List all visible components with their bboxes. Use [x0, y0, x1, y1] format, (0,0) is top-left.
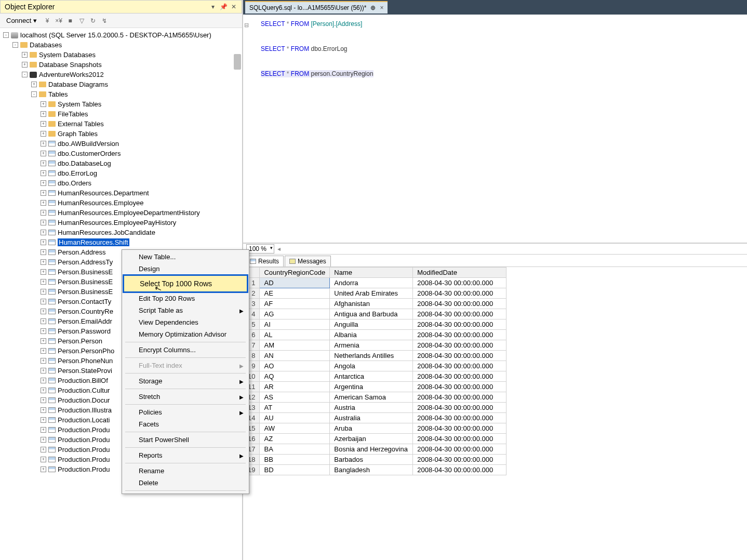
table-row[interactable]: 7AMArmenia2008-04-30 00:00:00.000	[244, 340, 506, 351]
cell[interactable]: Azerbaijan	[330, 434, 413, 444]
sync-icon[interactable]: ↯	[100, 17, 109, 25]
cell[interactable]: AW	[260, 423, 330, 434]
cell[interactable]: 2008-04-30 00:00:00.000	[413, 382, 506, 392]
collapse-icon[interactable]: -	[22, 72, 28, 77]
cell[interactable]: 2008-04-30 00:00:00.000	[413, 392, 506, 403]
expand-icon[interactable]: +	[41, 170, 46, 176]
cell[interactable]: Argentina	[330, 382, 413, 392]
tree-node[interactable]: +External Tables	[0, 119, 242, 129]
expand-icon[interactable]: +	[41, 220, 46, 225]
stop-icon[interactable]: ■	[66, 17, 74, 25]
menu-item-storage[interactable]: Storage▶	[123, 375, 248, 387]
menu-item-view-dependencies[interactable]: View Dependencies	[123, 316, 248, 328]
menu-item-policies[interactable]: Policies▶	[123, 406, 248, 418]
expand-icon[interactable]: +	[41, 190, 46, 196]
tree-node[interactable]: -AdventureWorks2012	[0, 70, 242, 79]
cell[interactable]: AN	[260, 351, 330, 361]
expand-icon[interactable]: +	[41, 318, 46, 324]
expand-icon[interactable]: +	[41, 397, 46, 403]
table-row[interactable]: 13ATAustria2008-04-30 00:00:00.000	[244, 403, 506, 413]
expand-icon[interactable]: +	[41, 358, 46, 364]
menu-item-design[interactable]: Design	[123, 263, 248, 275]
menu-item-rename[interactable]: Rename	[123, 465, 248, 477]
pin-tab-icon[interactable]: ⊕	[370, 4, 376, 11]
cell[interactable]: AT	[260, 403, 330, 413]
cell[interactable]: Armenia	[330, 340, 413, 351]
cell[interactable]: Barbados	[330, 455, 413, 465]
expand-icon[interactable]: +	[41, 259, 46, 265]
table-row[interactable]: 15AWAruba2008-04-30 00:00:00.000	[244, 423, 506, 434]
cell[interactable]: AI	[260, 319, 330, 330]
column-header[interactable]: ModifiedDate	[413, 268, 506, 278]
tree-scrollbar-thumb[interactable]	[234, 54, 241, 70]
expand-icon[interactable]: +	[41, 309, 46, 314]
cell[interactable]: 2008-04-30 00:00:00.000	[413, 351, 506, 361]
expand-icon[interactable]: +	[41, 161, 46, 166]
column-header[interactable]: Name	[330, 268, 413, 278]
cell[interactable]: 2008-04-30 00:00:00.000	[413, 340, 506, 351]
cell[interactable]: American Samoa	[330, 392, 413, 403]
cell[interactable]: AS	[260, 392, 330, 403]
tree-node[interactable]: +Database Snapshots	[0, 60, 242, 70]
expand-icon[interactable]: +	[41, 407, 46, 413]
expand-icon[interactable]: +	[41, 457, 46, 462]
cell[interactable]: 2008-04-30 00:00:00.000	[413, 403, 506, 413]
table-row[interactable]: 18BBBarbados2008-04-30 00:00:00.000	[244, 455, 506, 465]
expand-icon[interactable]: +	[22, 52, 28, 58]
tree-node[interactable]: -Tables	[0, 89, 242, 99]
collapse-icon[interactable]: -	[3, 32, 9, 38]
table-row[interactable]: 1ADAndorra2008-04-30 00:00:00.000	[244, 278, 506, 288]
expand-icon[interactable]: +	[41, 368, 46, 374]
cell[interactable]: Antigua and Barbuda	[330, 309, 413, 319]
expand-icon[interactable]: +	[41, 378, 46, 383]
expand-icon[interactable]: +	[41, 447, 46, 452]
cell[interactable]: 2008-04-30 00:00:00.000	[413, 465, 506, 475]
menu-item-script-table-as[interactable]: Script Table as▶	[123, 304, 248, 316]
cell[interactable]: Afghanistan	[330, 299, 413, 309]
cell[interactable]: 2008-04-30 00:00:00.000	[413, 423, 506, 434]
expand-icon[interactable]: +	[41, 101, 46, 107]
expand-icon[interactable]: +	[41, 427, 46, 433]
cell[interactable]: AM	[260, 340, 330, 351]
expand-icon[interactable]: +	[41, 269, 46, 275]
expand-icon[interactable]: +	[41, 200, 46, 206]
table-row[interactable]: 10AQAntarctica2008-04-30 00:00:00.000	[244, 371, 506, 382]
table-row[interactable]: 4AGAntigua and Barbuda2008-04-30 00:00:0…	[244, 309, 506, 319]
expand-icon[interactable]: +	[41, 131, 46, 137]
tree-node[interactable]: +dbo.ErrorLog	[0, 168, 242, 178]
cell[interactable]: Angola	[330, 361, 413, 371]
cell[interactable]: 2008-04-30 00:00:00.000	[413, 371, 506, 382]
tree-node[interactable]: +HumanResources.Employee	[0, 198, 242, 208]
table-row[interactable]: 12ASAmerican Samoa2008-04-30 00:00:00.00…	[244, 392, 506, 403]
cell[interactable]: BD	[260, 465, 330, 475]
cell[interactable]: Anguilla	[330, 319, 413, 330]
tree-node[interactable]: +dbo.Orders	[0, 178, 242, 188]
funnel-icon[interactable]: ▽	[77, 17, 86, 25]
refresh-icon[interactable]: ↻	[89, 17, 97, 25]
tree-node[interactable]: -Databases	[0, 40, 242, 50]
cell[interactable]: 2008-04-30 00:00:00.000	[413, 413, 506, 423]
table-row[interactable]: 3AFAfghanistan2008-04-30 00:00:00.000	[244, 299, 506, 309]
cell[interactable]: BB	[260, 455, 330, 465]
table-row[interactable]: 17BABosnia and Herzegovina2008-04-30 00:…	[244, 444, 506, 455]
connect-button[interactable]: Connect ▾	[3, 16, 40, 25]
table-context-menu[interactable]: New Table...DesignSelect Top 1000 RowsEd…	[122, 249, 249, 494]
cell[interactable]: 2008-04-30 00:00:00.000	[413, 288, 506, 299]
expand-icon[interactable]: +	[41, 230, 46, 235]
zoom-dropdown[interactable]: 100 %	[246, 244, 274, 254]
cell[interactable]: Albania	[330, 330, 413, 340]
tree-node[interactable]: +HumanResources.Shift	[0, 237, 242, 247]
expand-icon[interactable]: +	[22, 62, 28, 68]
pin-icon[interactable]: 📌	[220, 3, 227, 10]
cell[interactable]: 2008-04-30 00:00:00.000	[413, 319, 506, 330]
table-row[interactable]: 9AOAngola2008-04-30 00:00:00.000	[244, 361, 506, 371]
cell[interactable]: Antarctica	[330, 371, 413, 382]
tree-node[interactable]: +System Databases	[0, 50, 242, 60]
expand-icon[interactable]: +	[41, 417, 46, 423]
tree-node[interactable]: +Database Diagrams	[0, 79, 242, 89]
tree-node[interactable]: +dbo.DatabaseLog	[0, 158, 242, 168]
cell[interactable]: 2008-04-30 00:00:00.000	[413, 278, 506, 288]
cell[interactable]: AE	[260, 288, 330, 299]
tree-node[interactable]: -localhost (SQL Server 15.0.2000.5 - DES…	[0, 30, 242, 40]
sql-editor[interactable]: ⊟ SELECT * FROM [Person].[Address] SELEC…	[243, 15, 747, 243]
